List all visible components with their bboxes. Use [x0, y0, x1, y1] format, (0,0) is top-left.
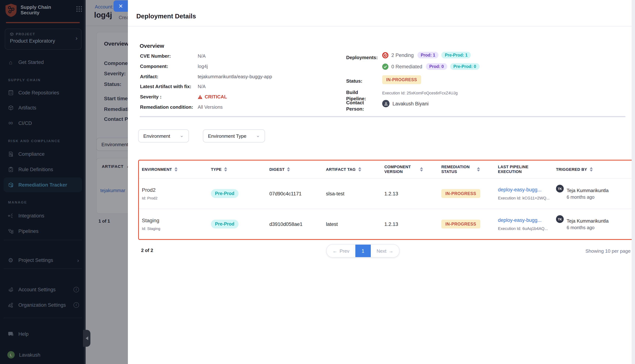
remediated-check-icon	[382, 63, 388, 70]
app-root: Supply Chain Security PROJECT Product Ex…	[0, 0, 635, 364]
col-artifact-tag[interactable]: ARTIFACT TAG	[326, 160, 384, 178]
cell-environment: Staging Id: Staging	[142, 209, 211, 239]
status-badge: IN-PROGRESS	[382, 75, 421, 84]
sort-icon[interactable]	[477, 167, 480, 172]
cell-artifact-tag: slsa-test	[326, 178, 384, 209]
cell-environment: Prod2 Id: Prod2	[142, 178, 211, 209]
status-badge: IN-PROGRESS	[441, 220, 480, 228]
status-label: Status:	[346, 78, 376, 84]
sort-icon[interactable]	[420, 167, 423, 172]
overview-fields: CVE Number:N/A Component:log4j Artifact:…	[140, 51, 272, 112]
table-header-row: ENVIRONMENT TYPE DIGEST ARTIFACT TAG COM…	[139, 160, 633, 178]
overview-heading: Overview	[140, 43, 164, 49]
deployments-pending-row: 2 Pending Prod: 1 Pre-Prod: 1	[382, 52, 471, 58]
artifact-label: Artifact:	[140, 74, 198, 79]
triggered-by-avatar: TK	[556, 185, 564, 192]
triggered-by-time: 6 months ago	[567, 225, 608, 230]
preprod-badge: Pre-Prod	[211, 220, 239, 228]
chevron-down-icon: ⌄	[180, 132, 184, 138]
cell-remediation-status: IN-PROGRESS	[441, 178, 498, 209]
status-badge: IN-PROGRESS	[441, 189, 480, 198]
pending-prod-badge: Prod: 1	[417, 52, 439, 58]
cell-artifact-tag: latest	[326, 209, 384, 239]
page-scrollbar[interactable]	[632, 0, 635, 364]
environment-type-filter[interactable]: Environment Type ⌄	[203, 129, 265, 142]
contact-person-value: Lavakush Biyani	[382, 100, 429, 107]
chevron-down-icon: ⌄	[256, 132, 260, 138]
pager: ←Prev 1 Next→	[326, 244, 400, 258]
cell-last-pipeline-execution: deploy-easy-bugg... Execution Id: kCG11×…	[498, 178, 556, 209]
sort-icon[interactable]	[224, 167, 227, 172]
results-count: 2 of 2	[141, 248, 153, 253]
deployment-details-drawer: Deployment Details Overview CVE Number:N…	[128, 0, 635, 364]
environment-filter[interactable]: Environment ⌄	[138, 129, 189, 142]
col-remediation-status[interactable]: REMEDIATION STATUS	[441, 160, 498, 178]
deployments-remediated-row: 0 Remediated Prod: 0 Pre-Prod: 0	[382, 63, 479, 70]
arrow-left-icon: ←	[333, 248, 337, 254]
latest-fix-label: Latest Artifact with fix:	[140, 84, 198, 90]
page-1-button[interactable]: 1	[355, 245, 371, 257]
overview-scroll-track[interactable]	[140, 116, 625, 117]
person-avatar-icon	[382, 100, 389, 107]
cve-label: CVE Number:	[140, 54, 198, 59]
cell-type: Pre-Prod	[211, 209, 269, 239]
table-row[interactable]: Staging Id: Staging Pre-Prod d3910d058ae…	[139, 209, 633, 239]
drawer-header-divider	[128, 26, 635, 26]
deployments-label: Deployments:	[346, 54, 376, 60]
sort-icon[interactable]	[590, 167, 592, 172]
remediated-count: 0 Remediated	[391, 64, 422, 69]
sort-icon[interactable]	[358, 167, 361, 172]
col-component-version[interactable]: COMPONENT VERSION	[384, 160, 441, 178]
triggered-by-name: Teja Kummarikuntla	[567, 188, 608, 193]
col-triggered-by[interactable]: TRIGGERED BY	[556, 160, 633, 178]
next-button[interactable]: Next→	[371, 245, 399, 257]
per-page-label: Showing 10 per page	[585, 248, 630, 254]
remediated-preprod-badge: Pre-Prod: 0	[450, 63, 479, 70]
artifact-value: tejakummarikuntla/easy-buggy-app	[198, 74, 272, 79]
preprod-badge: Pre-Prod	[211, 189, 239, 198]
pipeline-execution-id: Execution Id: kCG11×2WQ...	[498, 196, 549, 200]
cell-last-pipeline-execution: deploy-easy-bugg... Execution Id: 6uAq1b…	[498, 209, 556, 239]
pipeline-link[interactable]: deploy-easy-bugg...	[498, 187, 541, 192]
pipeline-link[interactable]: deploy-easy-bugg...	[498, 218, 541, 223]
col-type[interactable]: TYPE	[211, 160, 269, 178]
cell-triggered-by: TK Teja Kummarikuntla 6 months ago	[556, 178, 633, 209]
cell-digest: 07d90c4c1171	[269, 178, 326, 209]
triggered-by-name: Teja Kummarikuntla	[567, 218, 608, 224]
cve-value: N/A	[198, 54, 206, 59]
cell-component-version: 1.2.13	[384, 178, 441, 209]
close-icon: ✕	[118, 3, 123, 9]
filters-row: Environment ⌄ Environment Type ⌄	[138, 129, 265, 142]
col-last-pipeline-execution[interactable]: LAST PIPELINE EXECUTION	[498, 160, 556, 178]
pipeline-execution-id: Execution Id: 6uAq1b4AQ...	[498, 226, 548, 231]
arrow-right-icon: →	[389, 248, 393, 254]
triggered-by-time: 6 months ago	[567, 194, 608, 200]
triggered-by-avatar: TK	[556, 215, 564, 223]
close-button[interactable]: ✕	[114, 0, 128, 12]
pagination-bar: 2 of 2 ←Prev 1 Next→ Showing 10 per page	[138, 244, 633, 258]
component-label: Component:	[140, 64, 198, 69]
build-pipeline-execution-id: Execution Id: 25xKomFoQces6rFcxZ4UJg	[382, 91, 458, 95]
col-digest[interactable]: DIGEST	[269, 160, 326, 178]
remediated-prod-badge: Prod: 0	[426, 63, 447, 70]
pending-icon	[382, 52, 388, 58]
status-badge-wrap: IN-PROGRESS	[382, 75, 421, 84]
cell-digest: d3910d058ae1	[269, 209, 326, 239]
table-row[interactable]: Prod2 Id: Prod2 Pre-Prod 07d90c4c1171 sl…	[139, 178, 633, 209]
remediation-condition-value: All Versions	[198, 104, 223, 110]
cell-type: Pre-Prod	[211, 178, 269, 209]
col-environment[interactable]: ENVIRONMENT	[142, 160, 211, 178]
prev-button[interactable]: ←Prev	[327, 245, 355, 257]
severity-value: CRITICAL	[198, 94, 227, 100]
sort-icon[interactable]	[175, 167, 178, 172]
cell-component-version: 1.2.13	[384, 209, 441, 239]
component-value: log4j	[198, 64, 208, 69]
pending-count: 2 Pending	[391, 52, 414, 58]
contact-person-label: Contact Person:	[346, 100, 369, 112]
cell-remediation-status: IN-PROGRESS	[441, 209, 498, 239]
severity-label: Severity :	[140, 94, 198, 100]
pending-preprod-badge: Pre-Prod: 1	[441, 52, 471, 58]
remediation-condition-label: Remediation condition:	[140, 104, 198, 110]
latest-fix-value: N/A	[198, 84, 206, 90]
sort-icon[interactable]	[287, 167, 290, 172]
